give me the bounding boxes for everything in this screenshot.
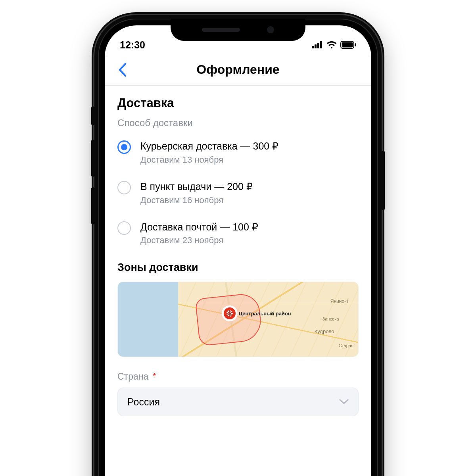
- svg-rect-0: [312, 46, 314, 48]
- delivery-option-post[interactable]: Доставка почтой — 100 ₽ Доставим 23 нояб…: [117, 221, 359, 246]
- battery-icon: [340, 41, 356, 49]
- svg-rect-6: [355, 43, 356, 46]
- delivery-option-courier[interactable]: Курьерская доставка — 300 ₽ Доставим 13 …: [117, 140, 359, 165]
- option-sub: Доставим 16 ноября: [140, 195, 253, 205]
- svg-rect-2: [317, 43, 319, 48]
- delivery-option-pickup[interactable]: В пункт выдачи — 200 ₽ Доставим 16 ноябр…: [117, 180, 359, 205]
- option-sub: Доставим 13 ноября: [140, 155, 278, 165]
- radio-icon: [117, 221, 131, 235]
- map-pin-label: Центральный район: [239, 311, 291, 317]
- delivery-method-label: Способ доставки: [117, 117, 359, 129]
- front-camera-icon: [267, 26, 274, 33]
- silence-switch: [91, 106, 94, 125]
- phone-frame: 12:30 Оформление Доставка Способ доставк…: [94, 15, 382, 476]
- option-title: В пункт выдачи — 200 ₽: [140, 180, 253, 194]
- status-time: 12:30: [120, 39, 145, 51]
- delivery-heading: Доставка: [117, 96, 359, 110]
- content: Доставка Способ доставки Курьерская дост…: [105, 86, 371, 416]
- delivery-zones-map[interactable]: Центральный район Кудрово Янино-1 Заневк…: [117, 282, 359, 357]
- option-sub: Доставим 23 ноября: [140, 235, 258, 246]
- delivery-options: Курьерская доставка — 300 ₽ Доставим 13 …: [117, 140, 359, 246]
- status-icons: [312, 41, 356, 49]
- svg-rect-5: [342, 42, 353, 48]
- wifi-icon: [326, 41, 337, 49]
- chevron-left-icon: [118, 63, 127, 77]
- map-pin-icon: [224, 307, 236, 319]
- required-mark: *: [153, 371, 156, 382]
- speaker-grill: [202, 28, 240, 32]
- radio-icon: [117, 140, 131, 154]
- page-title: Оформление: [196, 62, 279, 77]
- option-title: Доставка почтой — 100 ₽: [140, 221, 258, 234]
- zones-heading: Зоны доставки: [117, 261, 359, 274]
- power-button: [382, 151, 385, 210]
- country-label: Страна *: [117, 371, 359, 382]
- map-place-label: Кудрово: [315, 328, 334, 334]
- map-place-label: Заневка: [322, 317, 339, 321]
- option-title: Курьерская доставка — 300 ₽: [140, 140, 278, 153]
- nav-header: Оформление: [105, 54, 371, 86]
- volume-down-button: [91, 187, 94, 225]
- volume-up-button: [91, 140, 94, 177]
- screen: 12:30 Оформление Доставка Способ доставк…: [105, 25, 371, 476]
- svg-rect-1: [315, 44, 317, 48]
- country-select[interactable]: Россия: [117, 388, 359, 416]
- svg-rect-3: [320, 41, 322, 48]
- map-place-label: Янино-1: [330, 299, 349, 304]
- cellular-icon: [312, 41, 323, 48]
- country-value: Россия: [127, 396, 160, 408]
- radio-icon: [117, 181, 131, 194]
- chevron-down-icon: [339, 399, 349, 405]
- device-notch: [171, 19, 305, 41]
- country-label-text: Страна: [117, 371, 148, 382]
- back-button[interactable]: [113, 61, 131, 79]
- map-place-label: Старая: [339, 343, 353, 348]
